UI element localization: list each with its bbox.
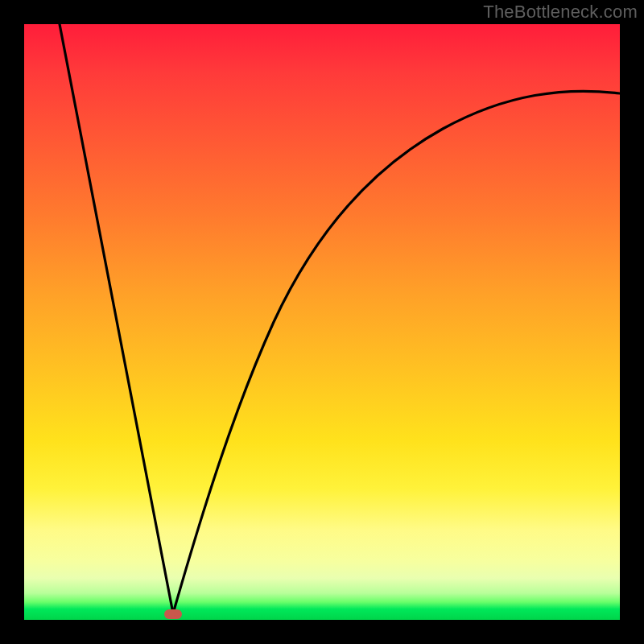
bottleneck-curve [24, 24, 620, 620]
plot-area [24, 24, 620, 620]
curve-right-branch [173, 91, 620, 613]
attribution-text: TheBottleneck.com [483, 2, 638, 23]
chart-frame: TheBottleneck.com [0, 0, 644, 644]
minimum-marker [164, 609, 182, 619]
curve-left-branch [60, 24, 173, 613]
